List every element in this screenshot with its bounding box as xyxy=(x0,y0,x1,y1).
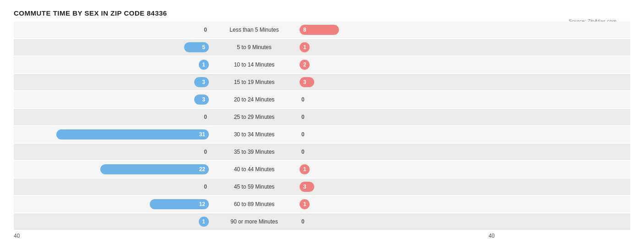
right-bar-container: 1 xyxy=(298,164,495,174)
table-row: 55 to 9 Minutes1 xyxy=(14,39,630,56)
row-label: 10 to 14 Minutes xyxy=(211,61,298,68)
chart-area: 0Less than 5 Minutes855 to 9 Minutes1110… xyxy=(14,22,630,240)
table-row: 110 to 14 Minutes2 xyxy=(14,56,630,73)
male-bar: 12 xyxy=(150,199,209,209)
left-bar-container: 0 xyxy=(14,184,211,190)
table-row: 045 to 59 Minutes3 xyxy=(14,179,630,195)
row-label: 35 to 39 Minutes xyxy=(211,149,298,155)
table-row: 2240 to 44 Minutes1 xyxy=(14,161,630,178)
row-label: 20 to 24 Minutes xyxy=(211,96,298,103)
row-label: 40 to 44 Minutes xyxy=(211,166,298,173)
right-bar-container: 3 xyxy=(298,77,495,87)
right-bar-container: 3 xyxy=(298,182,495,192)
axis-row: 40 40 xyxy=(14,233,630,239)
left-bar-container: 1 xyxy=(14,217,211,227)
row-label: 30 to 34 Minutes xyxy=(211,131,298,138)
row-label: 60 to 89 Minutes xyxy=(211,201,298,207)
left-bar-container: 0 xyxy=(14,27,211,33)
axis-right-label: 40 xyxy=(298,233,495,239)
left-bar-container: 31 xyxy=(14,129,211,140)
female-bar: 3 xyxy=(300,182,314,192)
female-bar: 2 xyxy=(300,60,310,70)
table-row: 315 to 19 Minutes3 xyxy=(14,74,630,90)
chart-title: COMMUTE TIME BY SEX IN ZIP CODE 84336 xyxy=(14,9,630,17)
right-bar-container: 8 xyxy=(298,25,495,35)
male-bar: 5 xyxy=(184,42,209,52)
row-label: 90 or more Minutes xyxy=(211,218,298,225)
male-bar: 31 xyxy=(56,129,209,140)
left-bar-container: 22 xyxy=(14,164,211,174)
right-bar-container: 2 xyxy=(298,60,495,70)
left-bar-container: 12 xyxy=(14,199,211,209)
table-row: 1260 to 89 Minutes1 xyxy=(14,196,630,212)
male-bar: 1 xyxy=(199,217,209,227)
row-label: Less than 5 Minutes xyxy=(211,27,298,33)
right-bar-container: 1 xyxy=(298,199,495,209)
table-row: 190 or more Minutes0 xyxy=(14,213,630,230)
table-row: 025 to 29 Minutes0 xyxy=(14,109,630,125)
table-row: 320 to 24 Minutes0 xyxy=(14,91,630,108)
right-bar-container: 0 xyxy=(298,149,495,155)
left-bar-container: 3 xyxy=(14,95,211,105)
right-bar-container: 0 xyxy=(298,114,495,120)
female-bar: 8 xyxy=(300,25,339,35)
left-bar-container: 0 xyxy=(14,114,211,120)
table-row: 035 to 39 Minutes0 xyxy=(14,144,630,160)
row-label: 5 to 9 Minutes xyxy=(211,44,298,50)
row-label: 25 to 29 Minutes xyxy=(211,114,298,120)
table-row: 3130 to 34 Minutes0 xyxy=(14,126,630,143)
left-bar-container: 5 xyxy=(14,42,211,52)
female-bar: 1 xyxy=(300,42,310,52)
row-label: 15 to 19 Minutes xyxy=(211,79,298,85)
left-bar-container: 3 xyxy=(14,77,211,87)
right-bar-container: 1 xyxy=(298,42,495,52)
right-bar-container: 0 xyxy=(298,131,495,138)
row-label: 45 to 59 Minutes xyxy=(211,184,298,190)
male-bar: 1 xyxy=(199,60,209,70)
female-bar: 1 xyxy=(300,199,310,209)
male-bar: 3 xyxy=(194,77,209,87)
axis-left-label: 40 xyxy=(14,233,211,239)
right-bar-container: 0 xyxy=(298,218,495,225)
female-bar: 3 xyxy=(300,77,314,87)
right-bar-container: 0 xyxy=(298,96,495,103)
left-bar-container: 0 xyxy=(14,149,211,155)
table-row: 0Less than 5 Minutes8 xyxy=(14,22,630,38)
male-bar: 22 xyxy=(100,164,209,174)
left-bar-container: 1 xyxy=(14,60,211,70)
male-bar: 3 xyxy=(194,95,209,105)
female-bar: 1 xyxy=(300,164,310,174)
